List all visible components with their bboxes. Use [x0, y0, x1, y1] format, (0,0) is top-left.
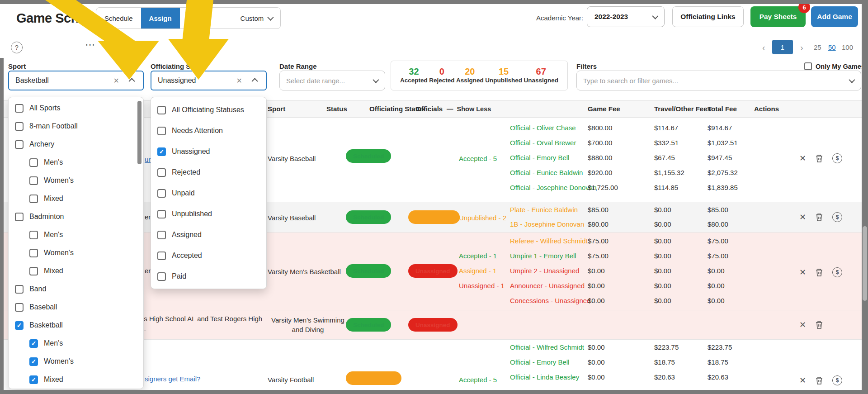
status-option-needs-attention[interactable]: Needs Attention	[151, 120, 266, 141]
help-icon[interactable]: ?	[11, 42, 23, 53]
pay-game-icon[interactable]: $	[832, 267, 842, 277]
show-less-toggle[interactable]: — Show Less	[447, 101, 491, 117]
pagination-prev-icon[interactable]: ‹	[762, 43, 765, 53]
checkbox-icon[interactable]	[15, 213, 24, 221]
sport-option-basketball[interactable]: ✓Basketball	[9, 316, 143, 334]
sport-option-badminton[interactable]: Badminton	[9, 208, 143, 226]
option-label: Archery	[29, 140, 54, 148]
game-link[interactable]: signers get Email?	[145, 375, 200, 383]
sport-option-badminton-mixed[interactable]: Mixed	[9, 262, 143, 280]
checkbox-icon[interactable]	[15, 104, 24, 113]
sport-option-basketball-mixed[interactable]: ✓Mixed	[9, 370, 143, 389]
status-pill: Scheduled	[346, 264, 391, 278]
cancel-game-icon[interactable]: ✕	[799, 212, 806, 222]
dropdown-scrollbar[interactable]	[137, 101, 142, 164]
sport-option-baseball[interactable]: Baseball	[9, 298, 143, 316]
status-option-paid[interactable]: Paid	[151, 266, 266, 287]
sport-option-archery-mixed[interactable]: Mixed	[9, 190, 143, 208]
total-fee: $20.63	[708, 373, 728, 381]
checkbox-checked-icon[interactable]: ✓	[15, 321, 24, 330]
academic-year-select[interactable]: 2022-2023	[587, 6, 665, 27]
status-option-unassigned[interactable]: ✓Unassigned	[151, 141, 266, 162]
checkbox-checked-icon[interactable]: ✓	[29, 357, 38, 366]
clear-icon[interactable]: ✕	[236, 76, 242, 85]
checkbox-icon[interactable]	[29, 249, 38, 257]
pay-game-icon[interactable]: $	[832, 212, 842, 222]
page-size-100[interactable]: 100	[842, 43, 853, 51]
checkbox-icon[interactable]	[157, 106, 166, 114]
official-assignment: Umpire 1 - Emory Bell	[510, 252, 576, 260]
cancel-game-icon[interactable]: ✕	[799, 267, 806, 277]
checkbox-icon[interactable]	[157, 252, 166, 260]
date-range-select[interactable]: Select date range...	[279, 71, 385, 90]
tab-assign[interactable]: Assign	[141, 8, 180, 28]
page-size-50[interactable]: 50	[828, 43, 836, 51]
checkbox-icon[interactable]	[157, 189, 166, 198]
pay-game-icon[interactable]: $	[832, 153, 842, 163]
pay-game-icon[interactable]: $	[832, 375, 842, 385]
checkbox-icon[interactable]	[15, 140, 24, 149]
checkbox-checked-icon[interactable]: ✓	[157, 147, 166, 156]
page-size-25[interactable]: 25	[814, 43, 821, 51]
checkbox-icon[interactable]	[15, 285, 24, 294]
checkbox-checked-icon[interactable]: ✓	[29, 339, 38, 348]
sport-option-badminton-womens[interactable]: Women's	[9, 244, 143, 262]
more-options-icon[interactable]: ⋯	[85, 39, 95, 51]
academic-year-value: 2022-2023	[594, 13, 628, 21]
delete-game-icon[interactable]	[815, 376, 823, 385]
checkbox-checked-icon[interactable]: ✓	[29, 375, 38, 384]
option-label: Band	[29, 285, 46, 293]
checkbox-icon[interactable]	[15, 303, 24, 312]
sport-option-archery[interactable]: Archery	[9, 135, 143, 153]
delete-game-icon[interactable]	[815, 213, 823, 222]
cancel-game-icon[interactable]: ✕	[799, 153, 806, 163]
checkbox-icon[interactable]	[157, 168, 166, 177]
status-option-all[interactable]: All Officiating Statuses	[151, 100, 266, 120]
checkbox-icon[interactable]	[157, 231, 166, 239]
delete-game-icon[interactable]	[815, 268, 823, 277]
pay-sheets-button[interactable]: Pay Sheets	[750, 6, 806, 27]
checkbox-icon[interactable]	[157, 210, 166, 218]
status-pill: Team Pending	[346, 371, 401, 385]
checkbox-icon[interactable]	[157, 127, 166, 135]
tab-pay[interactable]: Pay	[180, 8, 229, 28]
delete-game-icon[interactable]	[815, 154, 823, 163]
tab-schedule[interactable]: Schedule	[96, 8, 141, 28]
search-games-input[interactable]: Type to search or filter games...	[576, 71, 861, 90]
status-option-accepted[interactable]: Accepted	[151, 245, 266, 266]
tab-custom[interactable]: Custom	[229, 8, 281, 28]
checkbox-icon[interactable]	[29, 231, 38, 239]
status-option-unpaid[interactable]: Unpaid	[151, 183, 266, 204]
checkbox-icon[interactable]	[29, 176, 38, 185]
pagination-current-page[interactable]: 1	[772, 40, 793, 54]
status-option-unpublished[interactable]: Unpublished	[151, 204, 266, 224]
officiating-links-button[interactable]: Officiating Links	[672, 6, 744, 27]
status-option-assigned[interactable]: Assigned	[151, 224, 266, 245]
checkbox-icon[interactable]	[29, 195, 38, 203]
add-game-button[interactable]: Add Game	[811, 6, 858, 27]
vertical-scrollbar[interactable]	[863, 226, 867, 301]
delete-game-icon[interactable]	[815, 320, 823, 329]
travel-fee: $1,155.32	[654, 169, 684, 176]
checkbox-icon[interactable]	[157, 272, 166, 281]
checkbox-icon[interactable]	[29, 267, 38, 275]
officiating-status-filter-combobox[interactable]: Unassigned ✕	[151, 71, 267, 90]
only-my-games-checkbox[interactable]: Only My Games	[804, 62, 865, 70]
sport-filter-combobox[interactable]: Basketball ✕	[8, 71, 144, 90]
status-option-rejected[interactable]: Rejected	[151, 162, 266, 183]
sport-option-all-sports[interactable]: All Sports	[9, 99, 143, 117]
checkbox-icon[interactable]	[15, 122, 24, 131]
pagination-next-icon[interactable]: ›	[800, 43, 803, 53]
sport-option-badminton-mens[interactable]: Men's	[9, 226, 143, 244]
sport-option-archery-mens[interactable]: Men's	[9, 153, 143, 171]
status-pill: Scheduled	[346, 210, 391, 224]
sport-option-band[interactable]: Band	[9, 280, 143, 298]
cancel-game-icon[interactable]: ✕	[799, 375, 806, 385]
sport-option-8-man-football[interactable]: 8-man Football	[9, 117, 143, 135]
sport-option-archery-womens[interactable]: Women's	[9, 171, 143, 190]
sport-option-basketball-womens[interactable]: ✓Women's	[9, 352, 143, 370]
clear-icon[interactable]: ✕	[113, 76, 119, 85]
cancel-game-icon[interactable]: ✕	[799, 320, 806, 330]
checkbox-icon[interactable]	[29, 158, 38, 167]
sport-option-basketball-mens[interactable]: ✓Men's	[9, 334, 143, 352]
